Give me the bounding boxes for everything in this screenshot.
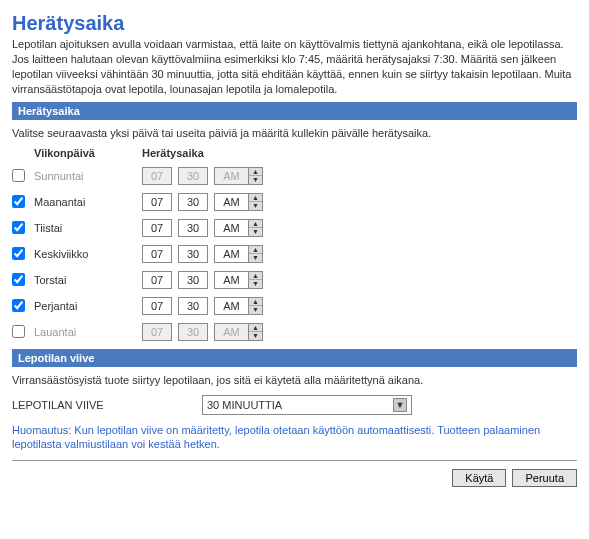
delay-select-value: 30 MINUUTTIA bbox=[207, 399, 282, 411]
ampm-value: AM bbox=[214, 219, 248, 237]
day-checkbox[interactable] bbox=[12, 221, 25, 234]
day-label: Torstai bbox=[34, 274, 142, 286]
day-label: Keskiviikko bbox=[34, 248, 142, 260]
hour-input bbox=[142, 167, 172, 185]
day-row: TiistaiAM▲▼ bbox=[12, 215, 577, 241]
intro-text: Lepotilan ajoituksen avulla voidaan varm… bbox=[12, 37, 577, 96]
spinner-down-icon: ▼ bbox=[249, 332, 262, 340]
minute-input[interactable] bbox=[178, 245, 208, 263]
day-checkbox[interactable] bbox=[12, 273, 25, 286]
day-label: Tiistai bbox=[34, 222, 142, 234]
spinner-up-icon: ▲ bbox=[249, 168, 262, 177]
spinner-down-icon[interactable]: ▼ bbox=[249, 306, 262, 314]
delay-label: LEPOTILAN VIIVE bbox=[12, 399, 202, 411]
column-headers: Viikonpäivä Herätysaika bbox=[12, 147, 577, 159]
spinner-down-icon[interactable]: ▼ bbox=[249, 280, 262, 288]
ampm-spinner: ▲▼ bbox=[248, 167, 263, 185]
spinner-up-icon[interactable]: ▲ bbox=[249, 194, 262, 203]
ampm-value: AM bbox=[214, 323, 248, 341]
page-title: Herätysaika bbox=[12, 12, 577, 35]
ampm-spinner[interactable]: ▲▼ bbox=[248, 219, 263, 237]
button-row: Käytä Peruuta bbox=[12, 469, 577, 487]
day-row: MaanantaiAM▲▼ bbox=[12, 189, 577, 215]
day-label: Lauantai bbox=[34, 326, 142, 338]
spinner-down-icon: ▼ bbox=[249, 176, 262, 184]
day-row: LauantaiAM▲▼ bbox=[12, 319, 577, 345]
wake-section-bar: Herätysaika bbox=[12, 102, 577, 120]
day-checkbox[interactable] bbox=[12, 299, 25, 312]
spinner-up-icon[interactable]: ▲ bbox=[249, 298, 262, 307]
ampm-value: AM bbox=[214, 245, 248, 263]
day-checkbox[interactable] bbox=[12, 247, 25, 260]
ampm-value: AM bbox=[214, 167, 248, 185]
ampm-spinner[interactable]: ▲▼ bbox=[248, 297, 263, 315]
day-row: KeskiviikkoAM▲▼ bbox=[12, 241, 577, 267]
hour-input[interactable] bbox=[142, 271, 172, 289]
day-row: SunnuntaiAM▲▼ bbox=[12, 163, 577, 189]
divider bbox=[12, 460, 577, 461]
hour-input bbox=[142, 323, 172, 341]
ampm-spinner[interactable]: ▲▼ bbox=[248, 271, 263, 289]
apply-button[interactable]: Käytä bbox=[452, 469, 506, 487]
day-label: Maanantai bbox=[34, 196, 142, 208]
ampm-value: AM bbox=[214, 297, 248, 315]
ampm-spinner: ▲▼ bbox=[248, 323, 263, 341]
col-header-day: Viikonpäivä bbox=[12, 147, 142, 159]
day-checkbox[interactable] bbox=[12, 325, 25, 338]
ampm-spinner[interactable]: ▲▼ bbox=[248, 245, 263, 263]
day-row: TorstaiAM▲▼ bbox=[12, 267, 577, 293]
spinner-up-icon[interactable]: ▲ bbox=[249, 246, 262, 255]
spinner-up-icon: ▲ bbox=[249, 324, 262, 333]
ampm-value: AM bbox=[214, 193, 248, 211]
delay-note: Huomautus: Kun lepotilan viive on määrit… bbox=[12, 423, 577, 452]
day-checkbox[interactable] bbox=[12, 169, 25, 182]
hour-input[interactable] bbox=[142, 297, 172, 315]
hour-input[interactable] bbox=[142, 245, 172, 263]
day-label: Sunnuntai bbox=[34, 170, 142, 182]
day-label: Perjantai bbox=[34, 300, 142, 312]
minute-input bbox=[178, 323, 208, 341]
delay-section-sub: Virransäästösyistä tuote siirtyy lepotil… bbox=[12, 373, 577, 387]
ampm-spinner[interactable]: ▲▼ bbox=[248, 193, 263, 211]
delay-select[interactable]: 30 MINUUTTIA ▼ bbox=[202, 395, 412, 415]
spinner-up-icon[interactable]: ▲ bbox=[249, 272, 262, 281]
minute-input[interactable] bbox=[178, 219, 208, 237]
spinner-down-icon[interactable]: ▼ bbox=[249, 202, 262, 210]
minute-input bbox=[178, 167, 208, 185]
delay-section-bar: Lepotilan viive bbox=[12, 349, 577, 367]
minute-input[interactable] bbox=[178, 271, 208, 289]
col-header-time: Herätysaika bbox=[142, 147, 342, 159]
minute-input[interactable] bbox=[178, 193, 208, 211]
day-row: PerjantaiAM▲▼ bbox=[12, 293, 577, 319]
ampm-value: AM bbox=[214, 271, 248, 289]
wake-section-sub: Valitse seuraavasta yksi päivä tai useit… bbox=[12, 126, 577, 140]
dropdown-arrow-icon: ▼ bbox=[393, 398, 407, 412]
spinner-up-icon[interactable]: ▲ bbox=[249, 220, 262, 229]
hour-input[interactable] bbox=[142, 219, 172, 237]
day-checkbox[interactable] bbox=[12, 195, 25, 208]
hour-input[interactable] bbox=[142, 193, 172, 211]
cancel-button[interactable]: Peruuta bbox=[512, 469, 577, 487]
minute-input[interactable] bbox=[178, 297, 208, 315]
spinner-down-icon[interactable]: ▼ bbox=[249, 254, 262, 262]
spinner-down-icon[interactable]: ▼ bbox=[249, 228, 262, 236]
